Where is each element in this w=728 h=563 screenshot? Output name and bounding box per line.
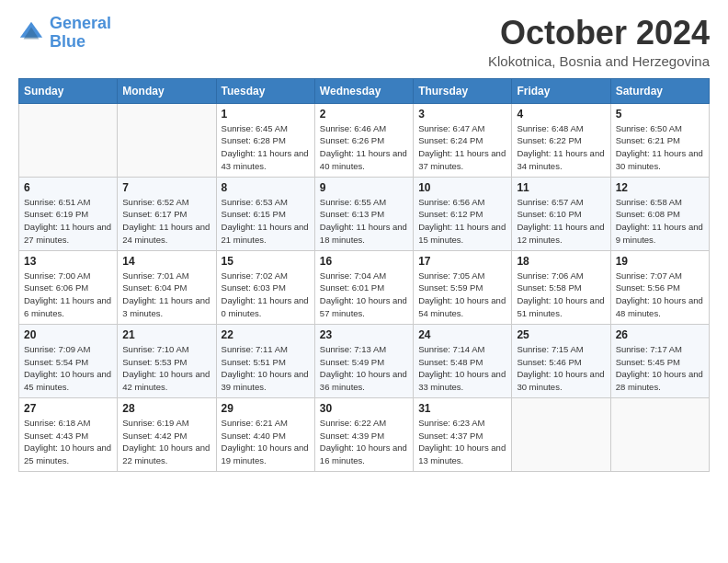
day-cell <box>118 103 216 177</box>
day-info: Sunrise: 6:47 AM Sunset: 6:24 PM Dayligh… <box>418 122 506 173</box>
day-info: Sunrise: 7:02 AM Sunset: 6:03 PM Dayligh… <box>222 270 310 320</box>
day-info: Sunrise: 6:56 AM Sunset: 6:12 PM Dayligh… <box>418 196 506 247</box>
weekday-header-wednesday: Wednesday <box>314 78 413 103</box>
day-number: 12 <box>616 181 704 194</box>
day-number: 9 <box>320 181 408 194</box>
day-info: Sunrise: 6:19 AM Sunset: 4:42 PM Dayligh… <box>122 417 210 467</box>
day-cell: 29 Sunrise: 6:21 AM Sunset: 4:40 PM Dayl… <box>216 397 314 471</box>
day-number: 18 <box>517 255 605 268</box>
day-info: Sunrise: 7:10 AM Sunset: 5:53 PM Dayligh… <box>122 343 210 394</box>
week-row-4: 20 Sunrise: 7:09 AM Sunset: 5:54 PM Dayl… <box>19 324 710 397</box>
day-cell: 24 Sunrise: 7:14 AM Sunset: 5:48 PM Dayl… <box>414 324 512 397</box>
day-cell: 6 Sunrise: 6:51 AM Sunset: 6:19 PM Dayli… <box>19 177 118 250</box>
page: General Blue October 2024 Klokotnica, Bo… <box>0 0 728 563</box>
day-cell: 28 Sunrise: 6:19 AM Sunset: 4:42 PM Dayl… <box>118 397 216 471</box>
day-info: Sunrise: 7:06 AM Sunset: 5:58 PM Dayligh… <box>517 270 605 320</box>
weekday-header-row: SundayMondayTuesdayWednesdayThursdayFrid… <box>19 78 710 103</box>
week-row-2: 6 Sunrise: 6:51 AM Sunset: 6:19 PM Dayli… <box>19 177 710 250</box>
day-cell: 1 Sunrise: 6:45 AM Sunset: 6:28 PM Dayli… <box>216 103 314 177</box>
day-number: 25 <box>517 328 605 341</box>
weekday-header-sunday: Sunday <box>19 78 118 103</box>
day-number: 24 <box>418 328 506 341</box>
day-number: 28 <box>122 402 210 415</box>
day-cell: 2 Sunrise: 6:46 AM Sunset: 6:26 PM Dayli… <box>314 103 413 177</box>
day-cell: 12 Sunrise: 6:58 AM Sunset: 6:08 PM Dayl… <box>610 177 709 250</box>
day-cell: 25 Sunrise: 7:15 AM Sunset: 5:46 PM Dayl… <box>512 324 610 397</box>
day-info: Sunrise: 6:46 AM Sunset: 6:26 PM Dayligh… <box>320 122 408 173</box>
day-number: 14 <box>122 255 210 268</box>
logo-icon <box>18 20 44 46</box>
day-cell: 3 Sunrise: 6:47 AM Sunset: 6:24 PM Dayli… <box>414 103 512 177</box>
day-info: Sunrise: 6:22 AM Sunset: 4:39 PM Dayligh… <box>320 417 408 467</box>
day-cell: 16 Sunrise: 7:04 AM Sunset: 6:01 PM Dayl… <box>314 250 413 324</box>
day-info: Sunrise: 6:23 AM Sunset: 4:37 PM Dayligh… <box>418 417 506 467</box>
day-cell: 5 Sunrise: 6:50 AM Sunset: 6:21 PM Dayli… <box>610 103 709 177</box>
header: General Blue October 2024 Klokotnica, Bo… <box>18 15 710 69</box>
day-number: 22 <box>222 328 310 341</box>
day-number: 26 <box>616 328 704 341</box>
day-number: 31 <box>418 402 506 415</box>
week-row-5: 27 Sunrise: 6:18 AM Sunset: 4:43 PM Dayl… <box>19 397 710 471</box>
day-info: Sunrise: 6:50 AM Sunset: 6:21 PM Dayligh… <box>616 122 704 173</box>
day-cell: 30 Sunrise: 6:22 AM Sunset: 4:39 PM Dayl… <box>314 397 413 471</box>
day-info: Sunrise: 6:21 AM Sunset: 4:40 PM Dayligh… <box>222 417 310 467</box>
day-number: 21 <box>122 328 210 341</box>
day-info: Sunrise: 6:55 AM Sunset: 6:13 PM Dayligh… <box>320 196 408 247</box>
day-info: Sunrise: 6:57 AM Sunset: 6:10 PM Dayligh… <box>517 196 605 247</box>
day-number: 16 <box>320 255 408 268</box>
day-info: Sunrise: 6:51 AM Sunset: 6:19 PM Dayligh… <box>24 196 112 247</box>
day-info: Sunrise: 7:01 AM Sunset: 6:04 PM Dayligh… <box>122 270 210 320</box>
weekday-header-saturday: Saturday <box>610 78 709 103</box>
day-cell: 10 Sunrise: 6:56 AM Sunset: 6:12 PM Dayl… <box>414 177 512 250</box>
day-info: Sunrise: 7:15 AM Sunset: 5:46 PM Dayligh… <box>517 343 605 394</box>
day-cell <box>512 397 610 471</box>
day-number: 20 <box>24 328 112 341</box>
day-cell: 15 Sunrise: 7:02 AM Sunset: 6:03 PM Dayl… <box>216 250 314 324</box>
day-cell: 4 Sunrise: 6:48 AM Sunset: 6:22 PM Dayli… <box>512 103 610 177</box>
day-cell: 17 Sunrise: 7:05 AM Sunset: 5:59 PM Dayl… <box>414 250 512 324</box>
day-number: 11 <box>517 181 605 194</box>
day-info: Sunrise: 7:05 AM Sunset: 5:59 PM Dayligh… <box>418 270 506 320</box>
day-cell: 7 Sunrise: 6:52 AM Sunset: 6:17 PM Dayli… <box>118 177 216 250</box>
day-number: 5 <box>616 108 704 121</box>
day-cell: 21 Sunrise: 7:10 AM Sunset: 5:53 PM Dayl… <box>118 324 216 397</box>
day-cell <box>19 103 118 177</box>
day-info: Sunrise: 7:14 AM Sunset: 5:48 PM Dayligh… <box>418 343 506 394</box>
logo-text: General Blue <box>50 15 111 52</box>
day-cell: 20 Sunrise: 7:09 AM Sunset: 5:54 PM Dayl… <box>19 324 118 397</box>
title-block: October 2024 Klokotnica, Bosnia and Herz… <box>488 15 710 69</box>
day-number: 6 <box>24 181 112 194</box>
day-number: 8 <box>222 181 310 194</box>
day-cell: 23 Sunrise: 7:13 AM Sunset: 5:49 PM Dayl… <box>314 324 413 397</box>
day-number: 2 <box>320 108 408 121</box>
day-cell: 11 Sunrise: 6:57 AM Sunset: 6:10 PM Dayl… <box>512 177 610 250</box>
day-info: Sunrise: 6:53 AM Sunset: 6:15 PM Dayligh… <box>222 196 310 247</box>
week-row-3: 13 Sunrise: 7:00 AM Sunset: 6:06 PM Dayl… <box>19 250 710 324</box>
month-title: October 2024 <box>488 15 710 52</box>
day-number: 30 <box>320 402 408 415</box>
logo: General Blue <box>18 15 111 52</box>
day-number: 19 <box>616 255 704 268</box>
day-cell: 31 Sunrise: 6:23 AM Sunset: 4:37 PM Dayl… <box>414 397 512 471</box>
day-number: 3 <box>418 108 506 121</box>
location: Klokotnica, Bosnia and Herzegovina <box>488 53 710 69</box>
week-row-1: 1 Sunrise: 6:45 AM Sunset: 6:28 PM Dayli… <box>19 103 710 177</box>
day-number: 29 <box>222 402 310 415</box>
calendar: SundayMondayTuesdayWednesdayThursdayFrid… <box>18 78 710 472</box>
day-cell: 9 Sunrise: 6:55 AM Sunset: 6:13 PM Dayli… <box>314 177 413 250</box>
day-info: Sunrise: 6:58 AM Sunset: 6:08 PM Dayligh… <box>616 196 704 247</box>
day-info: Sunrise: 7:13 AM Sunset: 5:49 PM Dayligh… <box>320 343 408 394</box>
day-info: Sunrise: 7:04 AM Sunset: 6:01 PM Dayligh… <box>320 270 408 320</box>
day-number: 1 <box>222 108 310 121</box>
day-cell: 14 Sunrise: 7:01 AM Sunset: 6:04 PM Dayl… <box>118 250 216 324</box>
day-number: 17 <box>418 255 506 268</box>
day-number: 27 <box>24 402 112 415</box>
day-cell: 26 Sunrise: 7:17 AM Sunset: 5:45 PM Dayl… <box>610 324 709 397</box>
day-cell: 13 Sunrise: 7:00 AM Sunset: 6:06 PM Dayl… <box>19 250 118 324</box>
day-info: Sunrise: 6:48 AM Sunset: 6:22 PM Dayligh… <box>517 122 605 173</box>
day-info: Sunrise: 6:52 AM Sunset: 6:17 PM Dayligh… <box>122 196 210 247</box>
day-info: Sunrise: 7:17 AM Sunset: 5:45 PM Dayligh… <box>616 343 704 394</box>
day-number: 15 <box>222 255 310 268</box>
day-number: 10 <box>418 181 506 194</box>
weekday-header-friday: Friday <box>512 78 610 103</box>
